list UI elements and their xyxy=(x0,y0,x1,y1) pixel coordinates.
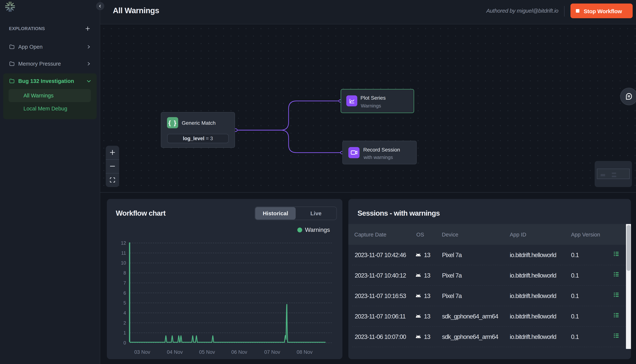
svg-text:10: 10 xyxy=(121,260,126,266)
svg-text:8: 8 xyxy=(123,270,126,276)
svg-text:7: 7 xyxy=(123,280,126,286)
svg-text:5: 5 xyxy=(123,300,126,306)
svg-text:05 Nov: 05 Nov xyxy=(199,349,215,355)
svg-text:07 Nov: 07 Nov xyxy=(264,349,280,355)
svg-text:06 Nov: 06 Nov xyxy=(231,349,247,355)
svg-text:1: 1 xyxy=(123,330,126,335)
svg-text:6: 6 xyxy=(123,290,126,296)
svg-text:0: 0 xyxy=(123,340,126,346)
svg-text:2: 2 xyxy=(123,320,126,326)
svg-text:08 Nov: 08 Nov xyxy=(297,349,313,355)
svg-text:03 Nov: 03 Nov xyxy=(134,349,150,355)
svg-text:12: 12 xyxy=(121,240,126,246)
svg-text:11: 11 xyxy=(121,250,126,256)
svg-text:04 Nov: 04 Nov xyxy=(167,349,183,355)
svg-text:4: 4 xyxy=(123,310,126,316)
